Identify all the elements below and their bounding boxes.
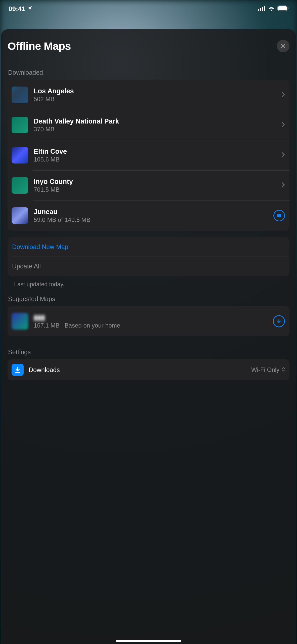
settings-downloads-label: Downloads	[29, 366, 182, 374]
settings-downloads-row[interactable]: Downloads Wi-Fi Only	[8, 359, 182, 380]
status-time: 09:41	[9, 5, 25, 13]
map-thumbnail	[12, 313, 28, 330]
downloaded-item-juneau[interactable]: Juneau 59.0 MB of 149.5 MB	[8, 200, 182, 231]
suggested-item[interactable]: ▮▮▮ 167.1 MB · Based on your home	[8, 306, 182, 336]
map-thumbnail	[12, 87, 28, 103]
suggested-section-label: Suggested Maps	[8, 295, 182, 303]
offline-maps-sheet: Offline Maps Downloaded Los Angeles 502 …	[1, 29, 182, 393]
map-thumbnail	[12, 147, 28, 164]
map-sub: 167.1 MB · Based on your home	[34, 322, 182, 329]
map-name: Inyo County	[34, 178, 182, 186]
suggested-list: ▮▮▮ 167.1 MB · Based on your home	[8, 306, 182, 336]
settings-list: Downloads Wi-Fi Only	[8, 359, 182, 380]
map-name: Elfin Cove	[34, 148, 182, 155]
downloaded-item-los-angeles[interactable]: Los Angeles 502 MB	[8, 80, 182, 110]
settings-section-label: Settings	[8, 348, 182, 356]
downloaded-item-elfin-cove[interactable]: Elfin Cove 105.6 MB	[8, 140, 182, 170]
download-new-map-button[interactable]: Download New Map	[8, 237, 182, 257]
downloaded-section-label: Downloaded	[8, 69, 182, 76]
map-name: Death Valley National Park	[34, 117, 182, 125]
map-name: Juneau	[34, 208, 182, 216]
map-size: 701.5 MB	[34, 186, 182, 193]
map-thumbnail	[12, 117, 28, 133]
download-icon	[12, 364, 24, 376]
map-name: Los Angeles	[34, 87, 182, 95]
map-name: ▮▮▮	[34, 313, 182, 321]
map-thumbnail	[12, 207, 28, 224]
status-bar: 09:41	[0, 0, 182, 18]
map-size: 502 MB	[34, 96, 182, 103]
map-size: 105.6 MB	[34, 156, 182, 163]
actions-card: Download New Map Update All	[8, 237, 182, 276]
location-icon	[27, 5, 32, 13]
downloaded-item-inyo-county[interactable]: Inyo County 701.5 MB	[8, 170, 182, 200]
downloaded-item-death-valley[interactable]: Death Valley National Park 370 MB	[8, 110, 182, 140]
map-progress: 59.0 MB of 149.5 MB	[34, 216, 182, 223]
map-size: 370 MB	[34, 126, 182, 133]
downloaded-list: Los Angeles 502 MB Death Valley National…	[8, 80, 182, 231]
update-all-button[interactable]: Update All	[8, 257, 182, 276]
sheet-title: Offline Maps	[8, 40, 71, 52]
last-updated-label: Last updated today.	[14, 281, 182, 288]
map-thumbnail	[12, 177, 28, 194]
